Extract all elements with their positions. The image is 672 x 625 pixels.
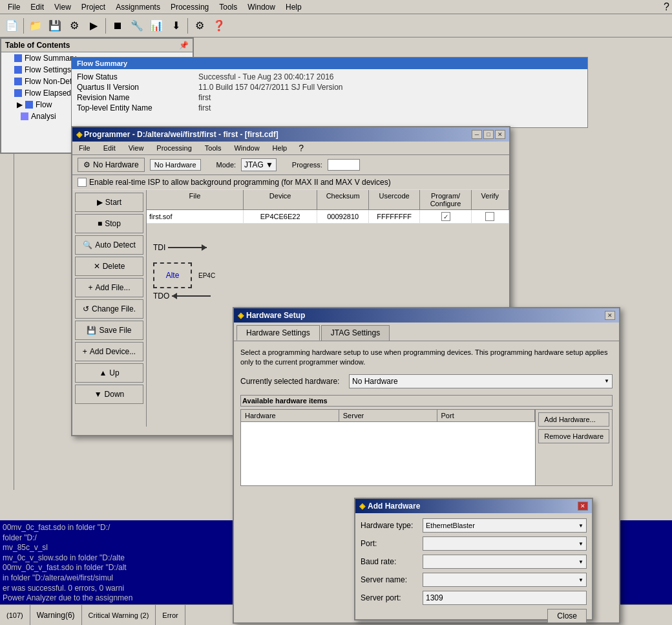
tdi-tdo-area: TDI Alte EP4C TDO bbox=[147, 237, 509, 301]
tab-hardware-settings[interactable]: Hardware Settings bbox=[236, 325, 320, 341]
prog-help-icon[interactable]: ? bbox=[299, 143, 304, 153]
menu-view[interactable]: View bbox=[49, 1, 76, 13]
flow-value-3: first bbox=[198, 93, 211, 102]
tb-open[interactable]: 📁 bbox=[26, 17, 45, 35]
program-checkbox[interactable] bbox=[441, 212, 450, 221]
auto-detect-button[interactable]: 🔍 Auto Detect bbox=[75, 235, 143, 255]
hardware-setup-button[interactable]: ⚙ No Hardware bbox=[78, 158, 145, 172]
add-device-button[interactable]: + Add Device... bbox=[75, 342, 143, 361]
win-close[interactable]: ✕ bbox=[495, 130, 505, 139]
menu-bar: File Edit View Project Assignments Proce… bbox=[0, 0, 672, 14]
tb-run[interactable]: ▶ bbox=[85, 17, 103, 35]
add-hw-server-arrow: ▼ bbox=[578, 577, 583, 583]
menu-tools[interactable]: Tools bbox=[214, 1, 242, 13]
prog-menu-file[interactable]: File bbox=[75, 143, 94, 153]
programmer-menubar: File Edit View Processing Tools Window H… bbox=[72, 142, 509, 155]
add-hw-close-btn[interactable]: Close bbox=[547, 609, 587, 623]
hw-currently-selected-label: Currently selected hardware: bbox=[240, 377, 344, 386]
hw-th-port: Port bbox=[437, 410, 536, 421]
add-hw-serverport-input[interactable]: 1309 bbox=[423, 591, 587, 605]
tb-save[interactable]: 💾 bbox=[46, 17, 64, 35]
add-hw-port-row: Port: ▼ bbox=[361, 536, 587, 551]
menu-processing[interactable]: Processing bbox=[165, 1, 214, 13]
checkbox-label: Enable real-time ISP to allow background… bbox=[89, 178, 391, 187]
status-tab-critical[interactable]: Critical Warning (2) bbox=[82, 605, 156, 625]
prog-menu-view[interactable]: View bbox=[125, 143, 148, 153]
prog-td-program[interactable] bbox=[420, 210, 471, 224]
start-button[interactable]: ▶ Start bbox=[75, 193, 143, 212]
warning-label: Warning bbox=[37, 611, 65, 620]
flow-label-2: Quartus II Version bbox=[77, 83, 193, 92]
menu-window[interactable]: Window bbox=[242, 1, 280, 13]
tab-jtag-settings[interactable]: JTAG Settings bbox=[321, 325, 390, 341]
hw-currently-selected-dropdown[interactable]: No Hardware ▼ bbox=[349, 374, 613, 388]
change-file-icon: ↺ bbox=[83, 304, 89, 313]
tb-prog[interactable]: ⬇ bbox=[167, 17, 185, 35]
up-button[interactable]: ▲ Up bbox=[75, 363, 143, 383]
toc-expand-flow[interactable]: ▶ bbox=[17, 100, 23, 109]
add-hw-close[interactable]: ✕ bbox=[578, 502, 588, 511]
menu-project[interactable]: Project bbox=[76, 1, 110, 13]
add-hw-port-select[interactable]: ▼ bbox=[423, 536, 587, 551]
tb-sep-1 bbox=[23, 18, 24, 34]
tb-analyse[interactable]: 📊 bbox=[147, 17, 165, 35]
add-hw-type-arrow: ▼ bbox=[578, 523, 583, 529]
device-box: Alte bbox=[153, 262, 192, 288]
mode-select[interactable]: JTAG ▼ bbox=[241, 158, 277, 171]
prog-menu-tools[interactable]: Tools bbox=[201, 143, 226, 153]
menu-help[interactable]: Help bbox=[280, 1, 307, 13]
down-button[interactable]: ▼ Down bbox=[75, 385, 143, 404]
down-icon: ▼ bbox=[94, 390, 102, 399]
win-minimize[interactable]: ─ bbox=[472, 130, 482, 139]
isp-checkbox[interactable] bbox=[78, 178, 87, 187]
win-controls: ─ □ ✕ bbox=[472, 130, 505, 139]
change-file-button[interactable]: ↺ Change File. bbox=[75, 299, 143, 319]
remove-hardware-button[interactable]: Remove Hardware bbox=[538, 429, 609, 443]
tb-settings[interactable]: ⚙ bbox=[191, 17, 209, 35]
prog-menu-processing[interactable]: Processing bbox=[152, 143, 195, 153]
add-hardware-button[interactable]: Add Hardware... bbox=[538, 412, 609, 427]
flow-summary-panel: Flow Summary Flow Status Successful - Tu… bbox=[71, 57, 588, 128]
prog-table-row-1: first.sof EP4CE6E22 00092810 FFFFFFFF bbox=[147, 210, 509, 224]
toc-label-5: Flow bbox=[36, 100, 52, 109]
status-tab-warning[interactable]: Warning (6) bbox=[30, 605, 82, 625]
help-icon[interactable]: ? bbox=[664, 1, 669, 13]
status-tab-count[interactable]: (107) bbox=[0, 605, 30, 625]
add-hw-baud-select[interactable]: ▼ bbox=[423, 555, 587, 569]
win-maximize[interactable]: □ bbox=[483, 130, 494, 139]
tb-debug[interactable]: 🔧 bbox=[128, 17, 146, 35]
toc-pin[interactable]: 📌 bbox=[179, 41, 189, 50]
add-file-button[interactable]: + Add File... bbox=[75, 278, 143, 297]
add-hw-titlebar: ◈ Add Hardware ✕ bbox=[355, 499, 592, 513]
menu-assignments[interactable]: Assignments bbox=[110, 1, 165, 13]
tb-help[interactable]: ❓ bbox=[210, 17, 228, 35]
tb-compile[interactable]: ⚙ bbox=[65, 17, 83, 35]
prog-menu-edit[interactable]: Edit bbox=[100, 143, 120, 153]
menu-file[interactable]: File bbox=[3, 1, 25, 13]
save-file-button[interactable]: 💾 Save File bbox=[75, 321, 143, 340]
add-hw-server-label: Server name: bbox=[361, 575, 419, 584]
stop-button[interactable]: ■ Stop bbox=[75, 214, 143, 233]
status-tab-error[interactable]: Error bbox=[156, 605, 185, 625]
auto-detect-label: Auto Detect bbox=[95, 240, 136, 249]
mode-arrow: ▼ bbox=[266, 160, 273, 169]
add-hw-serverport-value: 1309 bbox=[426, 593, 443, 602]
delete-button[interactable]: ✕ Delete bbox=[75, 257, 143, 276]
add-hw-server-select[interactable]: ▼ bbox=[423, 573, 587, 587]
prog-td-verify[interactable] bbox=[472, 210, 509, 224]
menu-edit[interactable]: Edit bbox=[25, 1, 49, 13]
toc-header: Table of Contents 📌 bbox=[1, 39, 193, 52]
add-hw-type-select[interactable]: EthernetBlaster ▼ bbox=[423, 518, 587, 533]
hw-setup-close[interactable]: ✕ bbox=[605, 311, 615, 320]
prog-menu-help[interactable]: Help bbox=[269, 143, 291, 153]
hw-currently-selected-row: Currently selected hardware: No Hardware… bbox=[240, 374, 613, 388]
tb-stop[interactable]: ⏹ bbox=[109, 17, 127, 35]
prog-menu-window[interactable]: Window bbox=[230, 143, 263, 153]
verify-checkbox[interactable] bbox=[485, 212, 494, 221]
flow-row-3: Revision Name first bbox=[74, 92, 585, 103]
hardware-name-display: No Hardware bbox=[150, 159, 201, 171]
tb-new[interactable]: 📄 bbox=[3, 17, 21, 35]
add-hw-port-arrow: ▼ bbox=[578, 541, 583, 547]
stop-icon: ■ bbox=[98, 219, 102, 228]
mode-value: JTAG bbox=[244, 160, 264, 169]
